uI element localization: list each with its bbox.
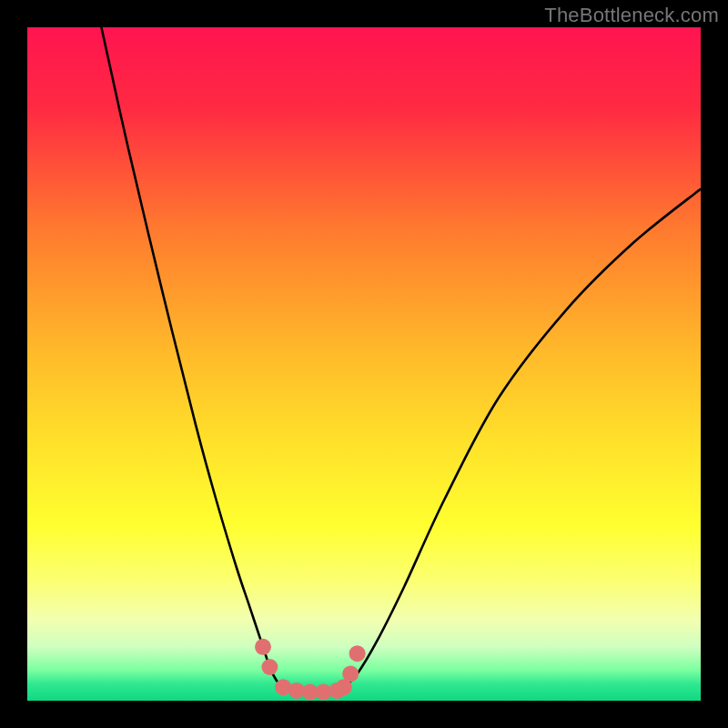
valley-marker bbox=[261, 659, 278, 675]
plot-area bbox=[27, 27, 701, 701]
valley-marker bbox=[349, 645, 366, 662]
gradient-background bbox=[27, 27, 701, 701]
watermark-text: TheBottleneck.com bbox=[544, 4, 719, 27]
chart-frame: TheBottleneck.com bbox=[0, 0, 728, 728]
valley-marker bbox=[342, 665, 359, 682]
chart-svg bbox=[27, 27, 701, 701]
valley-marker bbox=[255, 639, 271, 655]
